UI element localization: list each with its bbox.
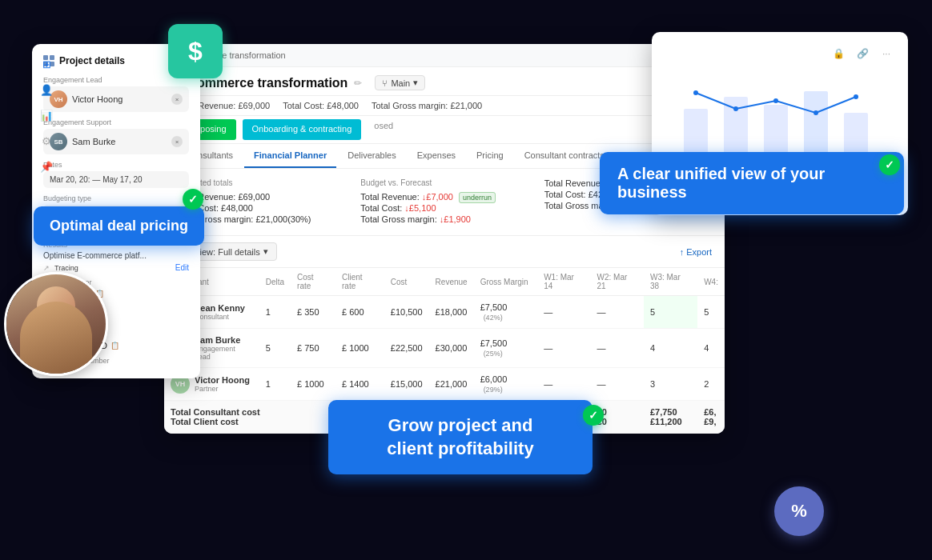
bvf-cost-row: Total Cost: ↓£5,100	[360, 203, 528, 213]
edit-link[interactable]: Edit	[175, 263, 189, 272]
branch-icon: ⑂	[382, 78, 388, 88]
summary-cost: Total Cost: £48,000	[283, 101, 359, 110]
bvf-revenue-val: ↓£7,000	[422, 192, 453, 202]
bvf-margin-val: ↓£1,900	[440, 214, 471, 224]
tab-pricing[interactable]: Pricing	[467, 144, 513, 168]
cell-w2-3: —	[591, 368, 644, 401]
engagement-lead-row: VH Victor Hoong ×	[43, 86, 189, 112]
person-silhouette	[20, 302, 92, 374]
chart-area	[665, 69, 895, 165]
sidebar-icon-pin[interactable]: 📌	[38, 158, 54, 174]
tab-financial-planner[interactable]: Financial Planner	[244, 144, 336, 168]
branch-badge[interactable]: ⑂ Main ▾	[375, 75, 425, 90]
results-text: Optimise E-commerce platf...	[43, 251, 147, 260]
cell-client-rate-2: £ 1000	[335, 329, 384, 368]
engagement-support-name: Sam Burke	[72, 137, 115, 146]
bvf-block: Budget vs. Forecast Total Revenue: ↓£7,0…	[360, 178, 528, 226]
sidebar-icon-chart[interactable]: 📊	[38, 107, 54, 123]
engagement-support-label: Engagement Support	[43, 118, 189, 126]
cell-revenue-3: £21,000	[429, 368, 474, 401]
svg-point-7	[773, 98, 778, 103]
col-gross-margin: Gross Margin	[474, 268, 538, 296]
chart-svg	[665, 69, 895, 165]
cell-w1-3: —	[537, 368, 590, 401]
cell-w4-3: 2	[697, 368, 725, 401]
fp-actions-row: ≡ View: Full details ▾ ↑ Export	[164, 236, 725, 268]
engagement-lead-name: Victor Hoong	[72, 94, 123, 104]
underrun-badge: underrun	[459, 192, 496, 203]
cell-delta-2: 5	[259, 329, 291, 368]
person-photo-inner	[6, 274, 106, 374]
cell-cost-rate-2: £ 750	[291, 329, 335, 368]
cons-name-2: Sam Burke	[195, 335, 253, 345]
cell-client-rate-3: £ 1400	[335, 368, 384, 401]
total-w3: £7,750£11,200	[644, 401, 697, 434]
lock-icon-btn[interactable]: 🔒	[830, 45, 847, 62]
link-icon-btn[interactable]: 🔗	[854, 45, 871, 62]
bvf-title: Budget vs. Forecast	[360, 178, 528, 187]
left-sidebar: ⊞ 👤 📊 ⚙ 📌	[38, 56, 54, 174]
sidebar-icon-grid[interactable]: ⊞	[38, 56, 54, 72]
branch-label: Main	[391, 78, 410, 88]
status-onboarding[interactable]: Onboarding & contracting	[243, 119, 362, 140]
chart-toolbar: 🔒 🔗 ···	[665, 45, 895, 62]
tab-expenses[interactable]: Expenses	[408, 144, 465, 168]
panel-header: Project details	[43, 55, 189, 66]
tracing-icon: ↗	[43, 264, 50, 272]
col-revenue: Revenue	[429, 268, 474, 296]
legal-copy-icon[interactable]: 📋	[110, 342, 119, 350]
summary-margin: Total Gross margin: £21,000	[372, 101, 482, 110]
callout-optimal: Optimal deal pricing	[34, 206, 204, 246]
table-row: SB Sam Burke Engagement Lead 5 £ 750 £ 1…	[164, 329, 725, 368]
tab-deliverables[interactable]: Deliverables	[338, 144, 406, 168]
callout-grow-text: Grow project and client profitability	[351, 414, 570, 460]
svg-point-6	[733, 106, 738, 111]
cell-margin-3: £6,000 (29%)	[474, 368, 538, 401]
dollar-box: $	[168, 24, 223, 78]
engagement-lead-label: Engagement Lead	[43, 76, 189, 84]
cell-delta-3: 1	[259, 368, 291, 401]
col-w3: W3: Mar 38	[644, 268, 697, 296]
engagement-lead-remove[interactable]: ×	[171, 94, 183, 105]
svg-point-8	[813, 110, 818, 115]
bvf-cost-val: ↓£5,100	[404, 203, 436, 213]
callout-business: A clear unified view of your business	[600, 152, 904, 214]
status-closed[interactable]: osed	[364, 116, 403, 143]
cell-margin-1: £7,500 (42%)	[474, 296, 538, 329]
view-chevron: ▾	[263, 246, 268, 257]
percent-symbol: %	[791, 501, 807, 522]
branch-chevron: ▾	[413, 78, 418, 88]
cons-name-3: Victor Hoong	[195, 375, 250, 385]
cell-revenue-2: £30,000	[429, 329, 474, 368]
total-w4: £6,£9,	[697, 401, 725, 434]
more-icon-btn[interactable]: ···	[878, 45, 895, 62]
view-label: View: Full details	[194, 247, 259, 257]
cell-w1-1: —	[537, 296, 590, 329]
table-header-row: Consultant Delta Cost rate Client rate C…	[164, 268, 725, 296]
col-w4: W4:	[697, 268, 725, 296]
cell-w3-1: 5	[644, 296, 697, 329]
dates-value: Mar 20, 20: — May 17, 20	[50, 175, 143, 184]
fp-title-row: E-commerce transformation ✏ ⑂ Main ▾	[164, 67, 725, 96]
budgeting-label: Budgeting type	[43, 194, 189, 202]
sidebar-icon-people[interactable]: 👤	[38, 82, 54, 98]
cell-margin-2: £7,500 (25%)	[474, 329, 538, 368]
cons-role-1: Consultant	[195, 313, 245, 321]
fp-breadcrumb: E-commerce transformation	[164, 44, 725, 67]
fp-edit-icon[interactable]: ✏	[354, 78, 362, 89]
person-photo	[4, 272, 108, 376]
cell-w2-2: —	[591, 329, 644, 368]
col-w2: W2: Mar 21	[591, 268, 644, 296]
col-cost: Cost	[384, 268, 429, 296]
cell-w4-2: 4	[697, 329, 725, 368]
cell-w3-3: 3	[644, 368, 697, 401]
engagement-support-remove[interactable]: ×	[171, 136, 183, 147]
export-button[interactable]: ↑ Export	[680, 247, 712, 257]
engagement-support-row: SB Sam Burke ×	[43, 129, 189, 154]
callout-business-text: A clear unified view of your business	[617, 165, 825, 201]
cell-cost-3: £15,000	[384, 368, 429, 401]
cell-w4-1: 5	[697, 296, 725, 329]
sidebar-icon-settings[interactable]: ⚙	[38, 133, 54, 149]
tracing-label: Tracing	[54, 264, 78, 272]
cell-cost-1: £10,500	[384, 296, 429, 329]
